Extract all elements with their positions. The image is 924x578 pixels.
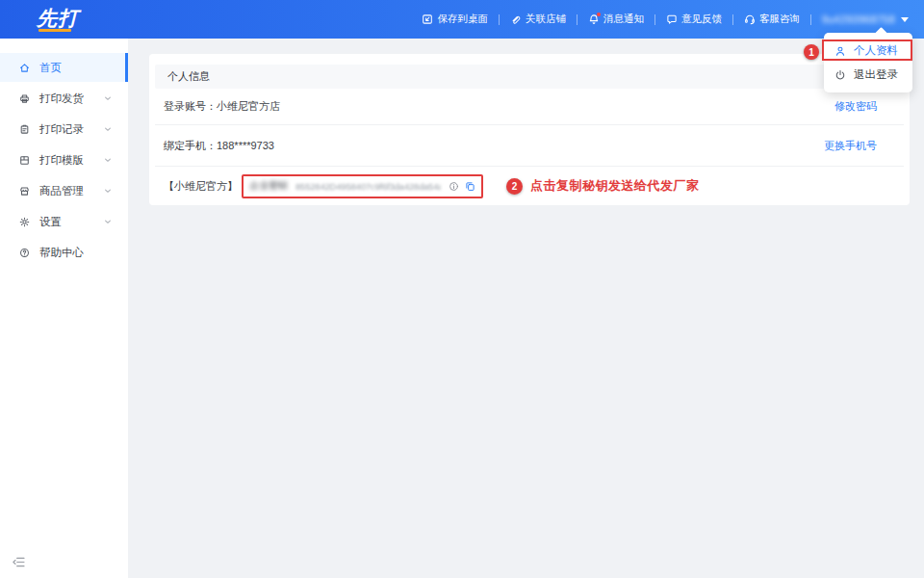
printer-icon: [19, 93, 30, 104]
chevron-down-icon: [104, 125, 112, 133]
headset-icon: [744, 13, 756, 25]
step-2-annotation: 点击复制秘钥发送给代发厂家: [530, 177, 700, 195]
customer-service-button[interactable]: 客服咨询: [744, 13, 800, 26]
user-account-menu[interactable]: 9u4293968758: [822, 13, 909, 25]
change-phone-link[interactable]: 更换手机号: [824, 139, 877, 153]
personal-info-card: 个人信息 登录账号：小维尼官方店 修改密码 绑定手机：188****9733 更…: [149, 54, 910, 205]
nav-separator: [577, 14, 578, 25]
sidebar-item-label: 商品管理: [39, 184, 84, 198]
header-nav: 保存到桌面 关联店铺 消息通知: [422, 13, 909, 26]
sidebar-item-settings[interactable]: 设置: [0, 207, 128, 236]
desktop-save-icon: [422, 13, 433, 25]
sidebar-item-label: 首页: [39, 61, 62, 75]
nav-separator: [810, 14, 811, 25]
save-to-desktop-button[interactable]: 保存到桌面: [422, 13, 488, 26]
chevron-down-icon: [104, 187, 112, 195]
app-logo: 先打: [37, 8, 79, 32]
home-icon: [19, 63, 30, 73]
save-to-desktop-label: 保存到桌面: [437, 13, 488, 26]
user-dropdown-menu: 个人资料 退出登录: [824, 33, 912, 92]
linked-shops-label: 关联店铺: [526, 13, 566, 26]
notifications-button[interactable]: 消息通知: [588, 13, 644, 26]
bell-icon: [588, 13, 600, 25]
sidebar-item-help-center[interactable]: 帮助中心: [0, 238, 128, 267]
sidebar-item-product-management[interactable]: 商品管理: [0, 176, 128, 205]
key-label-blurred: 企业密钥: [249, 179, 288, 193]
menu-item-profile-label: 个人资料: [854, 43, 898, 58]
sidebar-item-print-templates[interactable]: 打印模版: [0, 145, 128, 174]
sidebar-item-label: 打印发货: [39, 92, 84, 106]
menu-item-logout-label: 退出登录: [854, 67, 898, 82]
sidebar: 首页 打印发货 打印记录: [0, 39, 128, 578]
chevron-down-icon: [104, 156, 112, 164]
sidebar-collapse-button[interactable]: [13, 557, 25, 567]
chevron-down-icon: [901, 17, 909, 22]
power-icon: [834, 69, 846, 81]
menu-item-logout[interactable]: 退出登录: [824, 63, 912, 87]
account-label: 登录账号：小维尼官方店: [164, 99, 280, 114]
linked-shops-button[interactable]: 关联店铺: [510, 13, 566, 26]
step-1-badge: 1: [804, 44, 819, 60]
change-password-link[interactable]: 修改密码: [834, 99, 877, 114]
sidebar-item-print-shipping[interactable]: 打印发货: [0, 84, 128, 113]
sidebar-item-label: 打印模版: [39, 153, 84, 168]
template-layout-icon: [19, 155, 30, 166]
phone-label: 绑定手机：188****9733: [164, 139, 274, 153]
step-2-badge: 2: [506, 178, 523, 195]
storefront-icon: [19, 186, 30, 197]
sidebar-item-home[interactable]: 首页: [0, 53, 128, 82]
feedback-label: 意见反馈: [681, 13, 722, 26]
chevron-down-icon: [104, 94, 112, 102]
key-value-blurred: 8552842D4958407c9f6f3da428da54a8: [295, 181, 441, 192]
notification-badge-dot: [597, 13, 601, 16]
top-header: 先打 保存到桌面 关联店铺: [0, 0, 924, 39]
key-icons: [449, 181, 475, 192]
nav-separator: [499, 14, 500, 25]
gear-icon: [19, 217, 30, 227]
clipboard-icon: [19, 124, 30, 135]
notifications-label: 消息通知: [603, 13, 644, 26]
menu-item-profile[interactable]: 个人资料: [824, 39, 912, 63]
username-blurred: 9u4293968758: [822, 13, 895, 25]
sidebar-item-label: 设置: [39, 215, 62, 229]
sidebar-item-label: 帮助中心: [39, 246, 84, 260]
question-circle-icon: [19, 248, 30, 258]
customer-service-label: 客服咨询: [759, 13, 800, 26]
card-title: 个人信息: [155, 65, 904, 89]
phone-row: 绑定手机：188****9733 更换手机号: [155, 125, 904, 167]
account-row: 登录账号：小维尼官方店 修改密码: [155, 89, 904, 125]
nav-separator: [732, 14, 733, 25]
shop-name-label: 【小维尼官方】: [164, 179, 238, 194]
copy-icon[interactable]: [465, 181, 475, 192]
secret-key-row: 【小维尼官方】 企业密钥 8552842D4958407c9f6f3da428d…: [155, 167, 904, 205]
card-rows: 登录账号：小维尼官方店 修改密码 绑定手机：188****9733 更换手机号 …: [155, 89, 904, 205]
feedback-button[interactable]: 意见反馈: [666, 13, 722, 26]
nav-separator: [654, 14, 655, 25]
user-icon: [834, 45, 846, 57]
info-circle-icon[interactable]: [449, 181, 459, 192]
sidebar-item-label: 打印记录: [39, 122, 84, 137]
feedback-bubble-icon: [666, 13, 678, 25]
chevron-down-icon: [104, 218, 112, 225]
sidebar-item-print-records[interactable]: 打印记录: [0, 115, 128, 144]
secret-key-field: 企业密钥 8552842D4958407c9f6f3da428da54a8: [242, 174, 483, 198]
link-icon: [510, 13, 522, 25]
